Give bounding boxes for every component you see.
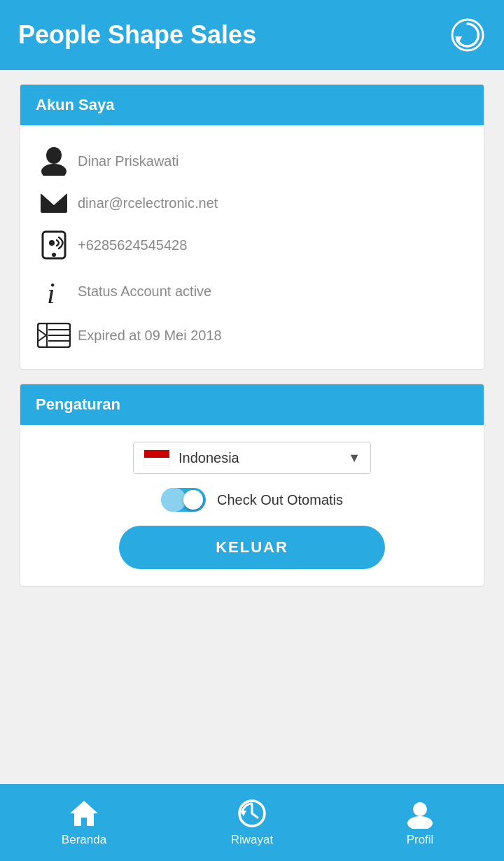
user-icon — [36, 146, 72, 176]
nav-label-riwayat: Riwayat — [231, 833, 273, 847]
toggle-track-light — [161, 488, 186, 512]
refresh-icon[interactable] — [449, 17, 486, 53]
account-card-header: Akun Saya — [20, 85, 484, 125]
settings-card-title: Pengaturan — [36, 396, 120, 413]
app-header: People Shape Sales — [0, 0, 504, 70]
account-status: Status Account active — [78, 284, 211, 300]
settings-card-header: Pengaturan — [20, 384, 484, 425]
nav-item-profil[interactable]: Profil — [336, 798, 504, 847]
account-card: Akun Saya Dinar Priskawati dinar@rcelect… — [20, 84, 484, 370]
nav-label-beranda: Beranda — [62, 833, 106, 847]
coupon-icon — [36, 323, 72, 348]
account-expired: Expired at 09 Mei 2018 — [78, 328, 222, 344]
home-icon — [69, 798, 99, 829]
language-name: Indonesia — [178, 450, 340, 466]
account-phone-row: +6285624545428 — [36, 222, 468, 268]
nav-item-riwayat[interactable]: Riwayat — [168, 798, 336, 847]
auto-checkout-row: Check Out Otomatis — [161, 488, 343, 512]
account-name-row: Dinar Priskawati — [36, 138, 468, 184]
account-name: Dinar Priskawati — [78, 153, 178, 169]
profile-icon — [405, 798, 435, 829]
account-expired-row: Expired at 09 Mei 2018 — [36, 314, 468, 356]
logout-button[interactable]: KELUAR — [119, 526, 385, 569]
phone-icon — [36, 230, 72, 260]
history-icon — [237, 798, 267, 829]
svg-marker-14 — [70, 801, 98, 826]
settings-card: Pengaturan Indonesia ▼ Check Out Otomati… — [20, 384, 484, 587]
app-title: People Shape Sales — [18, 20, 256, 50]
svg-marker-18 — [240, 811, 246, 816]
svg-point-6 — [52, 253, 56, 257]
flag-indonesia — [144, 449, 170, 466]
nav-label-profil: Profil — [407, 833, 434, 847]
auto-checkout-label: Check Out Otomatis — [217, 492, 343, 508]
svg-point-2 — [46, 147, 62, 164]
svg-point-3 — [41, 164, 66, 176]
email-icon — [36, 192, 72, 214]
settings-card-body: Indonesia ▼ Check Out Otomatis KELUAR — [20, 425, 484, 586]
account-phone: +6285624545428 — [78, 237, 187, 253]
account-card-body: Dinar Priskawati dinar@rcelectronic.net — [20, 125, 484, 369]
language-selector[interactable]: Indonesia ▼ — [133, 442, 371, 474]
svg-point-7 — [49, 240, 55, 246]
toggle-thumb — [183, 490, 203, 510]
account-status-row: i Status Account active — [36, 268, 468, 314]
svg-point-20 — [407, 816, 433, 829]
auto-checkout-toggle[interactable] — [161, 488, 206, 512]
account-card-title: Akun Saya — [36, 96, 115, 113]
svg-text:i: i — [47, 277, 55, 306]
nav-item-beranda[interactable]: Beranda — [0, 798, 168, 847]
account-email-row: dinar@rcelectronic.net — [36, 184, 468, 222]
svg-line-17 — [252, 813, 258, 818]
bottom-navigation: Beranda Riwayat Profil — [0, 784, 504, 861]
info-icon: i — [36, 276, 72, 306]
chevron-down-icon: ▼ — [348, 451, 360, 465]
account-email: dinar@rcelectronic.net — [78, 195, 218, 211]
svg-point-19 — [413, 802, 427, 816]
